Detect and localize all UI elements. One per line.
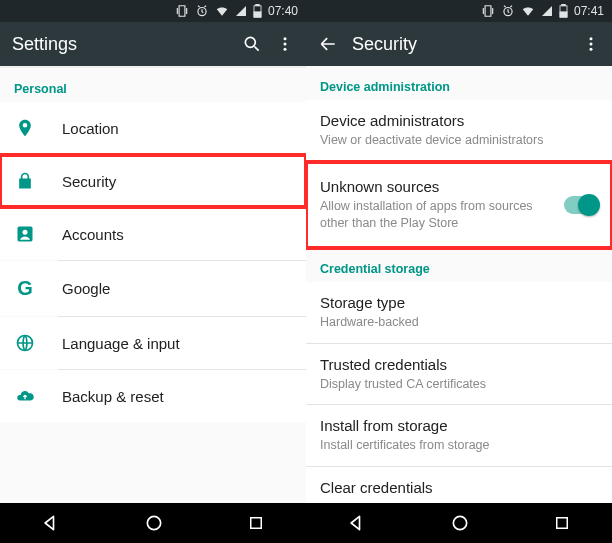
- overflow-icon[interactable]: [276, 35, 294, 53]
- item-title: Unknown sources: [320, 178, 564, 195]
- item-label: Language & input: [62, 335, 180, 352]
- item-title: Storage type: [320, 294, 598, 311]
- status-time: 07:41: [574, 4, 604, 18]
- item-title: Install from storage: [320, 417, 598, 434]
- security-item-clear-credentials[interactable]: Clear credentials: [306, 467, 612, 503]
- svg-point-9: [23, 230, 28, 235]
- nav-back-icon[interactable]: [41, 513, 61, 533]
- svg-rect-15: [562, 4, 566, 6]
- settings-item-security[interactable]: Security: [0, 155, 306, 207]
- nav-recent-icon[interactable]: [553, 514, 571, 532]
- item-label: Location: [62, 120, 119, 137]
- security-item-trusted-credentials[interactable]: Trusted credentials Display trusted CA c…: [306, 344, 612, 405]
- svg-rect-3: [254, 12, 261, 17]
- item-subtitle: Hardware-backed: [320, 314, 598, 331]
- item-subtitle: Display trusted CA certificates: [320, 376, 598, 393]
- nav-recent-icon[interactable]: [247, 514, 265, 532]
- settings-content: Personal Location Security Accounts G Go…: [0, 66, 306, 503]
- nav-home-icon[interactable]: [144, 513, 164, 533]
- nav-bar: [0, 503, 306, 543]
- settings-item-location[interactable]: Location: [0, 102, 306, 154]
- section-header-device-admin: Device administration: [306, 66, 612, 100]
- account-icon: [14, 224, 36, 244]
- backup-icon: [14, 386, 36, 406]
- lock-icon: [14, 171, 36, 191]
- security-item-storage-type[interactable]: Storage type Hardware-backed: [306, 282, 612, 343]
- nav-back-icon[interactable]: [347, 513, 367, 533]
- svg-rect-16: [560, 12, 567, 17]
- nav-bar: [306, 503, 612, 543]
- vibrate-icon: [481, 4, 495, 18]
- item-subtitle: Install certificates from storage: [320, 437, 598, 454]
- dual-screenshot: 07:40 Settings Personal Location Securit…: [0, 0, 612, 543]
- svg-point-11: [147, 516, 160, 529]
- svg-point-7: [284, 48, 287, 51]
- alarm-icon: [195, 4, 209, 18]
- item-label: Backup & reset: [62, 388, 164, 405]
- location-icon: [14, 118, 36, 138]
- signal-icon: [541, 5, 553, 17]
- svg-point-4: [245, 37, 255, 47]
- svg-point-5: [284, 37, 287, 40]
- settings-item-backup[interactable]: Backup & reset: [0, 370, 306, 422]
- status-bar: 07:41: [306, 0, 612, 22]
- svg-rect-2: [256, 4, 260, 6]
- svg-point-18: [590, 43, 593, 46]
- globe-icon: [14, 333, 36, 353]
- settings-item-language[interactable]: Language & input: [0, 317, 306, 369]
- settings-item-accounts[interactable]: Accounts: [0, 208, 306, 260]
- section-header-cred-storage: Credential storage: [306, 248, 612, 282]
- search-icon[interactable]: [242, 34, 262, 54]
- item-title: Device administrators: [320, 112, 598, 129]
- nav-home-icon[interactable]: [450, 513, 470, 533]
- item-subtitle: Allow installation of apps from sources …: [320, 198, 564, 232]
- app-bar: Security: [306, 22, 612, 66]
- security-item-unknown-sources[interactable]: Unknown sources Allow installation of ap…: [306, 162, 612, 248]
- svg-point-19: [590, 48, 593, 51]
- phone-right: 07:41 Security Device administration Dev…: [306, 0, 612, 543]
- security-item-device-admins[interactable]: Device administrators View or deactivate…: [306, 100, 612, 161]
- item-label: Accounts: [62, 226, 124, 243]
- section-header-personal: Personal: [0, 68, 306, 102]
- item-label: Google: [62, 280, 110, 297]
- battery-icon: [253, 4, 262, 18]
- toggle-switch[interactable]: [564, 196, 598, 214]
- wifi-icon: [215, 4, 229, 18]
- svg-point-20: [453, 516, 466, 529]
- alarm-icon: [501, 4, 515, 18]
- security-content: Device administration Device administrat…: [306, 66, 612, 503]
- wifi-icon: [521, 4, 535, 18]
- svg-rect-12: [250, 518, 261, 529]
- item-subtitle: View or deactivate device administrators: [320, 132, 598, 149]
- item-title: Trusted credentials: [320, 356, 598, 373]
- appbar-title: Security: [352, 34, 568, 55]
- item-title: Clear credentials: [320, 479, 598, 496]
- app-bar: Settings: [0, 22, 306, 66]
- settings-item-google[interactable]: G Google: [0, 261, 306, 316]
- svg-point-6: [284, 43, 287, 46]
- svg-rect-21: [556, 518, 567, 529]
- battery-icon: [559, 4, 568, 18]
- security-item-install-from-storage[interactable]: Install from storage Install certificate…: [306, 405, 612, 466]
- google-icon: G: [14, 277, 36, 300]
- item-label: Security: [62, 173, 116, 190]
- overflow-icon[interactable]: [582, 35, 600, 53]
- svg-point-17: [590, 37, 593, 40]
- status-time: 07:40: [268, 4, 298, 18]
- status-bar: 07:40: [0, 0, 306, 22]
- appbar-title: Settings: [12, 34, 228, 55]
- vibrate-icon: [175, 4, 189, 18]
- phone-left: 07:40 Settings Personal Location Securit…: [0, 0, 306, 543]
- back-arrow-icon[interactable]: [318, 34, 338, 54]
- signal-icon: [235, 5, 247, 17]
